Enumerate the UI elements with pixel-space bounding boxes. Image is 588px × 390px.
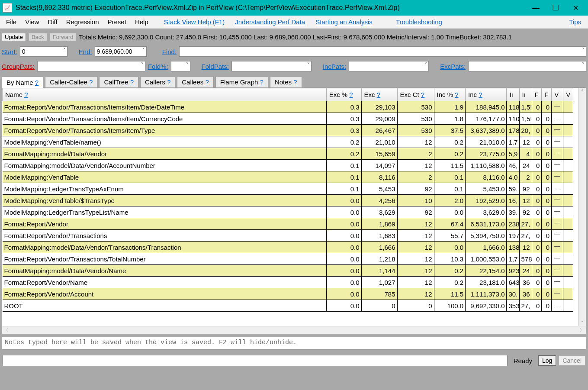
start-label[interactable]: Start:	[2, 48, 17, 55]
menu-regression[interactable]: Regression	[62, 16, 103, 27]
update-button[interactable]: Update	[2, 33, 26, 41]
menu-file[interactable]: File	[2, 16, 21, 27]
menu-preset[interactable]: Preset	[103, 16, 131, 27]
table-row[interactable]: Format:Report/Vendor/Transactions/Items/…	[3, 113, 573, 125]
cell-spark	[552, 253, 563, 265]
link-troubleshooting[interactable]: Troubleshooting	[391, 16, 447, 27]
table-row[interactable]: ModelMapping:LedgerTransTypeList/Name0.0…	[3, 206, 573, 218]
start-input[interactable]	[20, 46, 67, 57]
table-row[interactable]: ROOT0.000100.09,692,330.035327,00	[3, 300, 573, 312]
cell-name[interactable]: ROOT	[3, 300, 327, 312]
link-starting-analysis[interactable]: Starting an Analysis	[310, 16, 378, 27]
excpats-input[interactable]	[468, 61, 586, 71]
foldpct-label[interactable]: Fold%:	[148, 63, 168, 70]
cell-name[interactable]: FormatMapping:model/Data/Vendor/Name	[3, 265, 327, 277]
app-icon: 📈	[3, 3, 12, 13]
log-button[interactable]: Log	[538, 355, 556, 366]
foldpct-input[interactable]	[171, 61, 190, 71]
tab-callers[interactable]: Callers ?	[140, 76, 175, 87]
link-understanding-perf-data[interactable]: Jnderstanding Perf Data	[230, 16, 310, 27]
cell-c11	[563, 218, 573, 230]
status-input[interactable]	[3, 355, 508, 366]
close-button[interactable]: ✕	[566, 1, 585, 14]
notes-input[interactable]: Notes typed here will be saved when the …	[2, 337, 586, 350]
cell-name[interactable]: Format:Report/Vendor/Account	[3, 288, 327, 300]
end-label[interactable]: End:	[79, 48, 92, 55]
link-stack-view-help[interactable]: Stack View Help (F1)	[159, 16, 230, 27]
table-row[interactable]: FormatMapping:model/Data/Vendor/Name0.01…	[3, 265, 573, 277]
tab-flame-graph[interactable]: Flame Graph ?	[215, 76, 268, 87]
table-row[interactable]: Format:Report/Vendor/Name0.01,027120.223…	[3, 277, 573, 288]
cell-name[interactable]: Format:Report/Vendor/Transactions/TotalN…	[3, 253, 327, 265]
cell-name[interactable]: Format:Report/Vendor/Name	[3, 277, 327, 288]
table-row[interactable]: ModelMapping:VendTable0.18,11620.18,116.…	[3, 171, 573, 183]
incpats-label[interactable]: IncPats:	[323, 63, 346, 70]
table-row[interactable]: Format:Report/Vendor/Transactions/Items/…	[3, 101, 573, 113]
table-row[interactable]: Format:Report/Vendor/Transactions/Items/…	[3, 125, 573, 136]
minimize-button[interactable]: —	[526, 1, 546, 14]
vertical-scrollbar[interactable]: ˄ ˅	[578, 88, 586, 326]
cell-name[interactable]: FormatMapping:model/Data/Vendor/AccountN…	[3, 160, 327, 171]
cell-name[interactable]: Format:Report/Vendor/Transactions/Items/…	[3, 125, 327, 136]
scroll-up-icon[interactable]: ˄	[581, 88, 583, 94]
menu-help[interactable]: Help	[131, 16, 153, 27]
link-tips[interactable]: Tips	[564, 16, 586, 27]
header-row[interactable]: Name ? Exc % ? Exc ? Exc Ct ? Inc % ? In…	[3, 88, 573, 101]
tab-callees[interactable]: Callees ?	[177, 76, 214, 87]
cell-name[interactable]: ModelMapping:VendTable	[3, 171, 327, 183]
table-row[interactable]: ModelMapping:VendTable/$TransType0.04,25…	[3, 195, 573, 206]
cell-name[interactable]: Format:Report/Vendor/Transactions/Items/…	[3, 113, 327, 125]
table-row[interactable]: FormatMapping:model/Data/Vendor/Transact…	[3, 242, 573, 253]
cell-name[interactable]: Format:Report/Vendor	[3, 218, 327, 230]
cell-inc: 23,775.0	[466, 148, 507, 160]
cell-name[interactable]: ModelMapping:VendTable/$TransType	[3, 195, 327, 206]
cell-c11	[563, 136, 573, 148]
incpats-input[interactable]	[349, 61, 429, 71]
grid: Name ? Exc % ? Exc ? Exc Ct ? Inc % ? In…	[2, 87, 586, 334]
end-input[interactable]	[95, 46, 147, 57]
cell-name[interactable]: Format:Report/Vendor/Transactions	[3, 230, 327, 242]
menu-view[interactable]: View	[21, 16, 43, 27]
cell-name[interactable]: ModelMapping:VendTable/name()	[3, 136, 327, 148]
cell-name[interactable]: Format:Report/Vendor/Transactions/Items/…	[3, 101, 327, 113]
cell-name[interactable]: ModelMapping:LedgerTransTypeList/Name	[3, 206, 327, 218]
cell-exc: 0	[361, 300, 397, 312]
foldpats-label[interactable]: FoldPats:	[202, 63, 229, 70]
table-row[interactable]: ModelMapping:LedgerTransTypeAxEnum0.15,4…	[3, 183, 573, 195]
cell-name[interactable]: FormatMapping:model/Data/Vendor	[3, 148, 327, 160]
cell-c6: 923	[507, 265, 519, 277]
cell-c6: 39.	[507, 206, 519, 218]
table-row[interactable]: ModelMapping:VendTable/name()0.221,01012…	[3, 136, 573, 148]
find-label[interactable]: Find:	[162, 48, 177, 55]
scroll-right-icon[interactable]: 〉	[580, 327, 584, 333]
table-row[interactable]: Format:Report/Vendor/Transactions0.01,68…	[3, 230, 573, 242]
find-input[interactable]	[179, 46, 586, 57]
horizontal-scrollbar[interactable]: 〈 〉	[2, 326, 586, 334]
table-row[interactable]: Format:Report/Vendor/Transactions/TotalN…	[3, 253, 573, 265]
scroll-down-icon[interactable]: ˅	[581, 319, 583, 326]
scroll-left-icon[interactable]: 〈	[4, 327, 8, 333]
tab-calltree[interactable]: CallTree ?	[99, 76, 138, 87]
cell-spark	[552, 242, 563, 253]
cell-name[interactable]: FormatMapping:model/Data/Vendor/Transact…	[3, 242, 327, 253]
cell-exc-ct: 12	[397, 242, 434, 253]
tab-caller-callee[interactable]: Caller-Callee ?	[45, 76, 97, 87]
cell-c7: 12	[519, 242, 532, 253]
cell-c9: 0	[542, 195, 552, 206]
menu-diff[interactable]: Diff	[43, 16, 61, 27]
cell-name[interactable]: ModelMapping:LedgerTransTypeAxEnum	[3, 183, 327, 195]
grouppats-input[interactable]	[37, 61, 145, 71]
table-row[interactable]: FormatMapping:model/Data/Vendor/AccountN…	[3, 160, 573, 171]
excpats-label[interactable]: ExcPats:	[440, 63, 466, 70]
cell-exc: 29,103	[361, 101, 397, 113]
tab-notes[interactable]: Notes ?	[270, 76, 302, 87]
col-11: V	[563, 88, 573, 101]
grouppats-label[interactable]: GroupPats:	[2, 63, 35, 70]
table-row[interactable]: FormatMapping:model/Data/Vendor0.215,659…	[3, 148, 573, 160]
maximize-button[interactable]: ☐	[546, 1, 566, 14]
foldpats-input[interactable]	[231, 61, 312, 71]
tab-by-name[interactable]: By Name ?	[2, 77, 43, 88]
table-row[interactable]: Format:Report/Vendor/Account0.07851211.5…	[3, 288, 573, 300]
data-table[interactable]: Name ? Exc % ? Exc ? Exc Ct ? Inc % ? In…	[2, 88, 573, 312]
table-row[interactable]: Format:Report/Vendor0.01,8691267.46,531,…	[3, 218, 573, 230]
